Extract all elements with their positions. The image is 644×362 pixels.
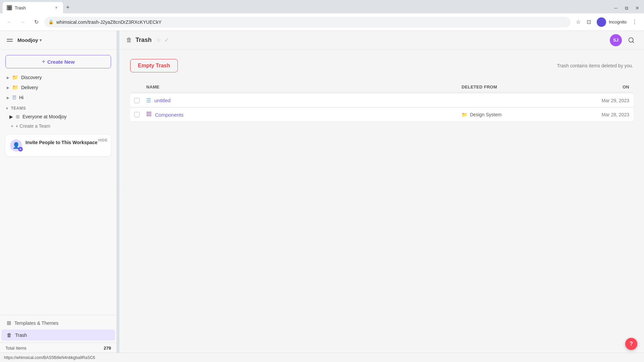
sidebar: Moodjoy ▾ + Create New ▶ 📁 Discovery ▶ � [0, 31, 117, 353]
user-avatar[interactable]: SJ [610, 34, 622, 46]
tab-title: Trash [15, 5, 26, 10]
deleted-from-folder-icon: 📁 [462, 112, 467, 117]
page-trash-icon: 🗑 [126, 37, 132, 44]
row-checkbox[interactable] [134, 112, 140, 117]
forward-button[interactable]: → [17, 17, 28, 27]
maximize-button[interactable]: ⧉ [623, 4, 631, 12]
bookmark-button[interactable]: ☆ [576, 19, 581, 25]
incognito-label: Incognito [609, 19, 627, 24]
trash-label: Trash [15, 333, 27, 338]
extension-menu-button[interactable]: ⋮ [629, 17, 640, 27]
empty-trash-button[interactable]: Empty Trash [130, 59, 178, 72]
row-date-cell: Mar 28, 2023 [576, 112, 629, 117]
total-items-label: Total Items [5, 346, 26, 351]
minimize-button[interactable]: ─ [612, 4, 620, 12]
plus-icon: + [11, 123, 13, 129]
search-button[interactable] [625, 34, 637, 46]
page-title: Trash [136, 37, 152, 44]
sidebar-item-label: Delivery [21, 85, 38, 90]
url-text: whimsical.com/trash-J2yaZ8cnDrZ3RXcKYUEC… [56, 19, 567, 25]
address-bar[interactable]: 🔒 whimsical.com/trash-J2yaZ8cnDrZ3RXcKYU… [44, 17, 571, 27]
browser-actions: ☆ ⊡ Incognito ⋮ [576, 17, 640, 27]
sidebar-item-everyone[interactable]: ▶ ⊞ Everyone at Moodjoy [1, 112, 115, 121]
sidebar-item-delivery[interactable]: ▶ 📁 Delivery [1, 82, 115, 93]
hamburger-menu-button[interactable] [5, 36, 15, 45]
table-header: Name Deleted From On [130, 82, 633, 93]
row-checkbox[interactable] [134, 98, 140, 103]
star-button[interactable]: ☆ [156, 37, 161, 43]
main-header: 🗑 Trash ☆ ✓ SJ [119, 31, 644, 50]
app-container: Moodjoy ▾ + Create New ▶ 📁 Discovery ▶ � [0, 31, 644, 353]
create-team-label: + Create a Team [15, 123, 50, 129]
sidebar-bottom: ⊞ Templates & Themes 🗑 Trash [0, 315, 116, 343]
new-tab-button[interactable]: + [63, 3, 72, 12]
invite-avatar: 👤 + [10, 139, 22, 152]
sidebar-item-templates[interactable]: ⊞ Templates & Themes [1, 317, 115, 329]
menu-dots-icon: ⋮ [632, 19, 637, 25]
tab-controls: ─ ⧉ ✕ [612, 4, 641, 13]
templates-icon: ⊞ [7, 320, 11, 326]
lock-icon: 🔒 [48, 19, 54, 24]
trash-icon: 🗑 [7, 332, 12, 338]
sidebar-toggle-button[interactable]: ⊡ [583, 17, 594, 27]
svg-rect-5 [147, 114, 149, 116]
section-chevron-icon: ▼ [5, 107, 9, 110]
sidebar-header: Moodjoy ▾ [0, 31, 116, 50]
plus-icon: + [42, 58, 45, 65]
sidebar-item-label: Discovery [21, 75, 42, 80]
create-new-button[interactable]: + Create New [5, 55, 111, 68]
plus-badge-icon: + [18, 147, 23, 152]
teams-section-label: TEAMS [11, 106, 26, 111]
svg-line-1 [633, 41, 634, 43]
deleted-from-column-header: Deleted From [462, 84, 576, 89]
chevron-icon: ▶ [9, 114, 13, 119]
status-url: https://whimsical.com/BAS5fb9eN4nbkgba9R… [4, 355, 95, 360]
row-deleted-from-cell: 📁 Design System [462, 112, 576, 117]
doc-icon: ☰ [146, 97, 151, 104]
sidebar-resize-handle[interactable] [117, 31, 119, 353]
tab-favicon: 🗑 [7, 5, 12, 10]
profile-button[interactable] [597, 17, 606, 27]
sidebar-content: + Create New ▶ 📁 Discovery ▶ 📁 Delivery … [0, 50, 116, 315]
invite-card-title[interactable]: Invite People to This Workspace [25, 139, 97, 146]
total-items-count: 279 [104, 346, 111, 351]
templates-label: Templates & Themes [14, 320, 58, 326]
teams-section-header[interactable]: ▼ TEAMS [0, 103, 116, 112]
row-name-cell: ☰ untitled [146, 97, 462, 104]
active-tab[interactable]: 🗑 Trash × [3, 2, 63, 13]
workspace-chevron-icon: ▾ [40, 38, 42, 43]
create-team-button[interactable]: + + Create a Team [0, 121, 116, 131]
close-window-button[interactable]: ✕ [633, 4, 641, 12]
table-row[interactable]: ☰ untitled Mar 29, 2023 [130, 94, 633, 107]
invite-hide-button[interactable]: HIDE [98, 138, 108, 142]
chevron-icon: ▶ [7, 76, 9, 79]
sidebar-item-trash[interactable]: 🗑 Trash [1, 329, 115, 341]
total-items-row: Total Items 279 [0, 343, 116, 353]
on-column-header: On [576, 84, 629, 89]
row-name-cell: Components [146, 111, 462, 118]
folder-icon: 📁 [12, 84, 18, 90]
svg-rect-3 [149, 112, 151, 114]
table-row[interactable]: Components 📁 Design System Mar 28, 2023 [130, 108, 633, 122]
row-checkbox-container [134, 98, 146, 103]
workspace-name[interactable]: Moodjoy ▾ [17, 37, 42, 43]
main-body: Empty Trash Trash contains items deleted… [119, 50, 644, 353]
row-checkbox-container [134, 112, 146, 117]
status-bar: https://whimsical.com/BAS5fb9eN4nbkgba9R… [0, 353, 644, 362]
sidebar-item-label: Hi [19, 95, 23, 100]
check-button[interactable]: ✓ [164, 37, 169, 43]
row-name-text: untitled [154, 98, 170, 103]
tab-bar: 🗑 Trash × + ─ ⧉ ✕ [0, 0, 644, 13]
sidebar-item-hi[interactable]: ▶ ☰ Hi [1, 93, 115, 103]
help-button[interactable]: ? [625, 338, 637, 350]
tab-close-button[interactable]: × [54, 5, 59, 10]
main-content: 🗑 Trash ☆ ✓ SJ Empty Trash Trash contain… [119, 31, 644, 353]
back-button[interactable]: ← [4, 17, 15, 27]
refresh-button[interactable]: ↻ [31, 17, 42, 27]
address-bar-row: ← → ↻ 🔒 whimsical.com/trash-J2yaZ8cnDrZ3… [0, 13, 644, 31]
sidebar-item-discovery[interactable]: ▶ 📁 Discovery [1, 72, 115, 82]
svg-rect-4 [149, 114, 151, 116]
row-date-cell: Mar 29, 2023 [576, 98, 629, 103]
team-item-label: Everyone at Moodjoy [22, 114, 67, 119]
row-name-text: Components [155, 112, 183, 118]
